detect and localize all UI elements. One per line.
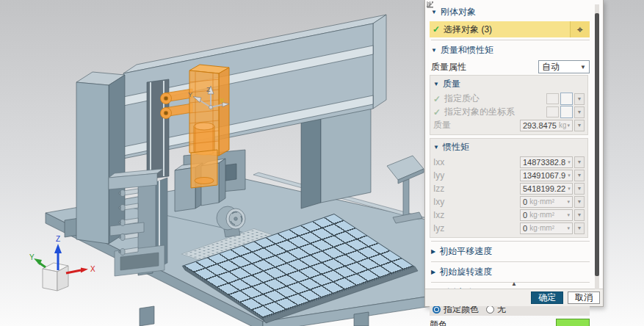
collapse-triangle-icon: ▼	[433, 145, 439, 151]
section-label: 初始旋转速度	[439, 266, 492, 278]
inertia-group: ▼ 惯性矩 Ixx 14873382.8kg·mm²▾ ▼ Iyy 134910…	[430, 138, 588, 238]
csys-button	[560, 106, 573, 118]
part-axis-y-label: Y	[188, 91, 192, 98]
subsection-mass[interactable]: ▼ 质量	[433, 76, 585, 92]
inertia-field: 5418199.22kg·mm²▾	[520, 183, 573, 195]
expand-triangle-icon: ▶	[431, 249, 435, 255]
ok-button[interactable]: 确定	[531, 291, 563, 304]
section-mass-inertia[interactable]: ▼ 质量和惯性矩	[430, 42, 591, 59]
world-axis-y-label: Y	[29, 253, 35, 261]
cancel-button[interactable]: 取消	[568, 291, 600, 304]
chevron-down-icon: ▼	[574, 120, 585, 131]
mass-field: 293.8475 kg ▾	[520, 120, 573, 131]
mass-property-label: 质量属性	[431, 61, 538, 73]
inertia-row: Ixx 14873382.8kg·mm²▾ ▼	[433, 156, 585, 168]
section-rigid-body-object[interactable]: ▼ 刚体对象	[430, 4, 591, 21]
world-triad: Z X Y	[29, 235, 95, 291]
inertia-row: Ixz 0kg·mm²▾ ▼	[433, 209, 585, 221]
scrollbar-thumb[interactable]	[595, 13, 599, 276]
csys-dialog-button	[546, 106, 559, 117]
subsection-label: 惯性矩	[443, 141, 469, 153]
inertia-field: 0kg·mm²▾	[520, 196, 573, 208]
chevron-down-icon: ▼	[574, 93, 585, 105]
world-axis-x-label: X	[90, 265, 95, 273]
color-swatch[interactable]	[556, 319, 590, 326]
rotary-chuck[interactable]	[217, 206, 245, 237]
inertia-value: 0	[523, 211, 527, 220]
select-object-label: 选择对象 (3)	[444, 23, 492, 36]
inferred-point-button	[560, 93, 573, 105]
unit-caret-icon: ▾	[567, 212, 570, 218]
point-constructor-button[interactable]: ⌖	[570, 21, 590, 37]
specify-csys-label: 指定对象的坐标系	[444, 106, 545, 118]
part-axis-z-label: Z	[206, 86, 211, 93]
separator	[431, 282, 590, 283]
part-axis-x-label: X	[220, 97, 224, 104]
chevron-down-icon: ▼	[574, 170, 585, 181]
collapse-triangle-icon: ▼	[431, 48, 437, 54]
inertia-row: Ixy 0kg·mm²▾ ▼	[433, 195, 585, 208]
specify-centroid-row: ✓ 指定质心 ▼	[433, 93, 585, 105]
inertia-label: Iyy	[433, 170, 520, 181]
select-object-row[interactable]: ✓ 选择对象 (3) ⌖	[430, 21, 590, 37]
select-object-main[interactable]: ✓ 选择对象 (3)	[430, 21, 570, 37]
mass-property-row: 质量属性 自动 ▼	[431, 60, 590, 73]
inertia-label: Ixz	[433, 210, 520, 220]
dialog-collapse-arrow[interactable]: ▲	[511, 280, 517, 287]
chevron-down-icon: ▼	[574, 209, 585, 221]
inertia-label: Ixy	[433, 197, 520, 207]
separator	[431, 40, 590, 40]
unit-caret-icon: ▾	[567, 199, 570, 205]
mass-value: 293.8475	[523, 121, 557, 130]
collapse-triangle-icon: ▼	[431, 10, 437, 15]
radio-no-color[interactable]	[486, 305, 494, 314]
mass-property-dropdown[interactable]: 自动 ▼	[538, 60, 590, 73]
crosshair-icon: ⌖	[577, 23, 583, 36]
selected-rigid-body[interactable]	[161, 65, 230, 188]
expand-triangle-icon: ▶	[431, 269, 435, 275]
inertia-row: Iyz 0kg·mm²▾ ▼	[433, 222, 585, 234]
chevron-down-icon: ▼	[574, 106, 585, 118]
specify-csys-row: ✓ 指定对象的坐标系 ▼	[433, 106, 585, 118]
mass-row: 质量 293.8475 kg ▾ ▼	[433, 119, 585, 131]
unit-caret-icon: ▾	[567, 225, 570, 231]
app-window: Z X Y Z X Y ▼ 刚体对象	[0, 0, 644, 326]
radio-specify-color[interactable]	[433, 305, 441, 314]
inertia-unit: kg·mm²	[529, 198, 554, 206]
subsection-inertia[interactable]: ▼ 惯性矩	[433, 140, 585, 155]
inertia-value: 5418199.22	[523, 184, 565, 193]
inertia-value: 14873382.8	[523, 158, 565, 167]
section-initial-translation[interactable]: ▶ 初始平移速度	[430, 243, 591, 260]
inertia-field: 14873382.8kg·mm²▾	[520, 156, 573, 168]
inertia-field: 0kg·mm²▾	[520, 222, 573, 234]
section-initial-rotation[interactable]: ▶ 初始旋转速度	[430, 264, 591, 280]
inertia-row: Izz 5418199.22kg·mm²▾ ▼	[433, 182, 585, 195]
rigid-body-dialog: ▼ 刚体对象 ✓ 选择对象 (3) ⌖ ▼ 质量和惯性矩 质量属性	[424, 0, 604, 307]
unit-caret-icon: ▾	[568, 173, 571, 178]
point-dialog-button	[546, 93, 559, 104]
dropdown-value: 自动	[542, 61, 560, 73]
mass-unit: kg	[559, 121, 567, 129]
subsection-label: 质量	[443, 78, 460, 90]
dialog-scrollbar[interactable]	[595, 4, 599, 289]
chevron-down-icon: ▼	[574, 222, 585, 234]
chevron-down-icon: ▼	[574, 196, 585, 208]
spindle-cylinder[interactable]	[194, 123, 214, 155]
unit-caret-icon: ▾	[568, 159, 571, 165]
inertia-unit: kg·mm²	[529, 224, 554, 232]
chevron-down-icon: ▼	[574, 156, 585, 168]
section-label: 质量和惯性矩	[441, 44, 493, 57]
check-icon: ✓	[433, 107, 441, 117]
check-icon: ✓	[433, 24, 440, 35]
dialog-content: ▼ 刚体对象 ✓ 选择对象 (3) ⌖ ▼ 质量和惯性矩 质量属性	[425, 0, 591, 289]
inertia-unit: kg·mm²	[529, 211, 554, 219]
inertia-label: Izz	[433, 184, 520, 194]
inertia-row: Iyy 13491067.9kg·mm²▾ ▼	[433, 169, 585, 181]
inertia-label: Ixx	[433, 157, 520, 167]
color-row: 颜色	[430, 318, 590, 326]
unit-caret-icon: ▾	[568, 186, 571, 192]
mass-group: ▼ 质量 ✓ 指定质心 ▼ ✓ 指定对象的坐标系	[430, 75, 588, 135]
section-label: 刚体对象	[441, 6, 476, 18]
inertia-value: 13491067.9	[523, 171, 565, 180]
collapse-triangle-icon: ▼	[433, 82, 439, 87]
